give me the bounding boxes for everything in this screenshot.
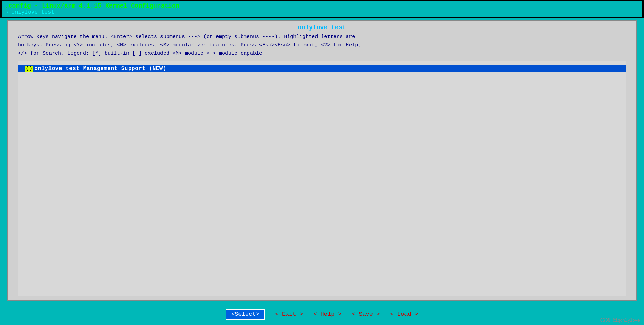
menu-area: () onlylove test Management Support (NEW… (18, 61, 626, 296)
button-bar: <Select> < Exit > < Help > < Save > < Lo… (0, 304, 644, 325)
watermark: CSDN @iqonlylove (600, 318, 640, 323)
dialog-title: onlylove test (8, 21, 636, 33)
subtitle: → onlylove test (5, 9, 639, 15)
menu-item-text: onlylove test Management Support (NEW) (34, 66, 166, 72)
menu-item-onlylove[interactable]: () onlylove test Management Support (NEW… (18, 65, 626, 72)
exit-button[interactable]: < Exit > (275, 311, 303, 317)
load-button[interactable]: < Load > (390, 311, 418, 317)
config-title: .config - Linux/arm 4.1.15 Kernel Config… (5, 2, 639, 9)
help-button[interactable]: < Help > (313, 311, 342, 317)
menu-item-bracket: () (25, 66, 33, 72)
instructions-text: Arrow keys navigate the menu. <Enter> se… (8, 33, 636, 58)
save-button[interactable]: < Save > (352, 311, 380, 317)
dialog-box: onlylove test Arrow keys navigate the me… (7, 20, 637, 301)
select-button[interactable]: <Select> (226, 309, 265, 320)
